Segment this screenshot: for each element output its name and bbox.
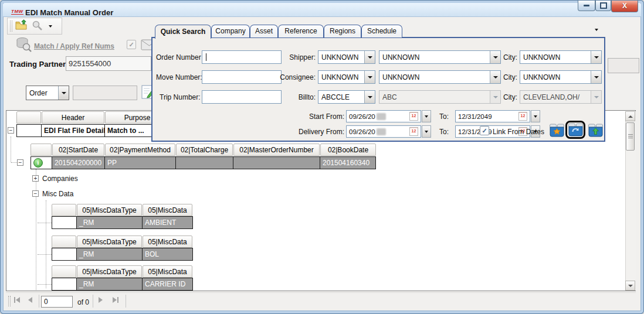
delivery-from-dropdown-button[interactable] [422,125,431,138]
shipper-name-combo[interactable]: UNKNOWN [379,50,501,64]
minimize-button[interactable] [578,1,595,11]
match-apply-ref-nums-link[interactable]: Match / Apply Ref Nums [34,42,114,50]
misc1-header-indicator[interactable] [52,204,76,216]
flat-header-bookdate[interactable]: 02|BookDate [320,144,376,156]
consignee-code-combo[interactable]: UNKNOWN [318,70,375,84]
delivery-from-date-input[interactable]: 09/26/20 12 [346,125,421,138]
flat-row-masterordernumber-cell[interactable] [233,156,320,169]
tab-company[interactable]: Company [211,25,250,37]
match-checkbox[interactable]: ✓ [127,40,136,49]
collapse-expander-miscdata[interactable]: − [32,190,39,197]
tab-reference[interactable]: Reference [278,25,324,37]
order-number-input[interactable] [202,50,282,64]
shipper-city-combo[interactable]: UNKNOWN [520,50,602,64]
flat-header-startdate[interactable]: 02|StartDate [52,144,104,156]
billto-code-combo[interactable]: ABCCLE [318,90,375,104]
flat-row-startdate-cell[interactable]: 201504200000 [52,156,105,169]
misc2-header-indicator[interactable] [52,236,76,248]
tab-regions[interactable]: Regions [324,25,361,37]
trading-partner-field[interactable]: 9251554000 [66,56,151,71]
close-button[interactable]: X [611,1,638,12]
order-type-combo[interactable]: Order [26,86,69,100]
consignee-city-combo[interactable]: UNKNOWN [520,70,602,84]
misc2-data-cell[interactable]: BOL [142,248,193,261]
misc3-type-cell[interactable]: _RM [76,278,143,291]
calendar-icon[interactable]: 12 [409,127,418,136]
shipper-code-combo[interactable]: UNKNOWN [318,50,375,64]
trip-number-input[interactable] [202,90,282,104]
flat-header-totalcharge[interactable]: 02|TotalCharge [176,144,233,156]
flat-row-paymentmethod-cell[interactable]: PP [104,156,176,169]
misc3-data-cell[interactable]: CARRIER ID [142,278,193,291]
scroll-down-button[interactable] [625,281,635,291]
order-type-dropdown-button[interactable] [58,86,69,100]
search-disabled-button[interactable] [32,20,43,30]
move-number-input[interactable] [202,70,282,84]
misc3-header-type[interactable]: 05|MiscDataType [77,265,142,278]
calendar-icon[interactable]: 12 [518,112,527,121]
match-ref-button[interactable] [15,36,32,52]
maximize-button[interactable] [595,1,611,11]
misc3-indicator-cell[interactable] [52,278,77,291]
consignee-name-combo[interactable]: UNKNOWN [379,70,501,84]
expand-expander-companies[interactable]: + [32,175,39,182]
toolbar-dropdown-button[interactable] [49,25,52,28]
nav-last-button[interactable] [113,297,118,303]
shipper-name-dropdown-button[interactable] [490,51,500,63]
flat-header-masterordernumber[interactable]: 02|MasterOrderNumber [233,144,320,156]
misc1-indicator-cell[interactable] [52,216,77,229]
misc1-header-data[interactable]: 05|MiscData [143,204,192,216]
open-report-button[interactable] [15,19,27,31]
start-to-date-input[interactable]: 12/31/2049 12 [455,110,530,122]
nav-next-button[interactable] [99,297,103,303]
consignee-city-dropdown-button[interactable] [591,71,601,83]
misc3-header-data[interactable]: 05|MiscData [143,265,192,278]
flat-row-totalcharge-cell[interactable] [175,156,233,169]
scrollbar-thumb[interactable] [626,122,635,151]
submit-button[interactable] [588,123,604,138]
start-to-dropdown-button[interactable] [531,110,540,122]
flat-row-bookdate-cell[interactable]: 201504160340 [320,156,376,169]
flat-row-indicator-cell[interactable]: i [30,156,52,169]
root-indicator-cell[interactable] [16,124,42,137]
tab-schedule[interactable]: Schedule [361,25,402,37]
tab-asset[interactable]: Asset [250,25,278,37]
misc2-header-type[interactable]: 05|MiscDataType [77,236,142,248]
grid-header-indicator[interactable] [16,111,41,124]
grid-header-header[interactable]: Header [42,111,104,124]
misc1-header-type[interactable]: 05|MiscDataType [77,204,142,216]
clear-filter-button[interactable] [549,123,565,138]
tab-quick-search[interactable]: Quick Search [155,25,211,39]
misc1-data-cell[interactable]: AMBIENT [142,216,193,229]
misc2-header-data[interactable]: 05|MiscData [143,236,192,248]
consignee-name-dropdown-button[interactable] [490,71,500,83]
calendar-icon[interactable]: 12 [409,112,418,121]
shipper-city-dropdown-button[interactable] [591,51,601,63]
tree-node-misc-data[interactable]: Misc Data [42,190,73,198]
billto-code-dropdown-button[interactable] [364,91,375,103]
scroll-up-button[interactable] [625,111,635,121]
flat-header-paymentmethod[interactable]: 02|PaymentMethod [105,144,175,156]
collapse-expander-flat-row[interactable]: − [17,159,23,166]
misc2-type-cell[interactable]: _RM [76,248,143,261]
nav-prev-button[interactable] [28,297,32,303]
misc2-indicator-cell[interactable] [52,248,77,261]
misc3-header-indicator[interactable] [52,265,76,278]
shipper-code-dropdown-button[interactable] [364,51,375,63]
dialog-collapse-button[interactable] [595,29,598,31]
page-number-input[interactable]: 0 [41,296,73,308]
consignee-code-dropdown-button[interactable] [364,71,375,83]
collapse-expander-root[interactable]: − [8,127,14,134]
retrieve-button[interactable] [568,122,584,137]
flat-header-indicator[interactable] [30,144,52,156]
root-header-cell[interactable]: EDI Flat File Details [41,124,105,137]
order-id-field[interactable] [73,86,137,100]
tree-node-companies[interactable]: Companies [42,175,78,183]
start-from-date-input[interactable]: 09/26/20 12 [346,110,421,122]
title-bar[interactable]: TMW EDI Match Manual Order [3,3,641,17]
toolbar-grip[interactable] [10,21,12,32]
pager-grip[interactable] [8,296,11,306]
nav-first-button[interactable] [14,297,20,303]
misc1-type-cell[interactable]: _RM [76,216,143,229]
start-from-dropdown-button[interactable] [422,110,431,122]
